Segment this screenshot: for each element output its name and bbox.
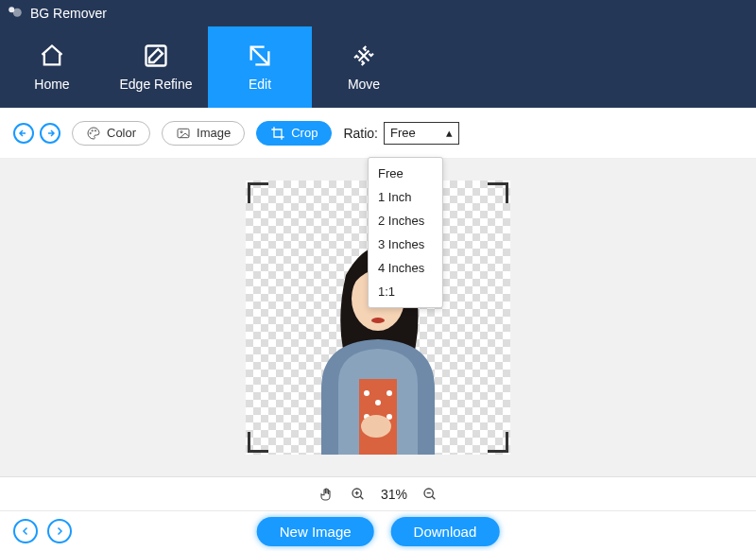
new-image-button[interactable]: New Image [257,517,374,546]
redo-button[interactable] [40,123,60,144]
svg-point-10 [364,390,369,396]
download-button[interactable]: Download [391,517,500,546]
ratio-option[interactable]: 4 Inches [369,256,442,280]
svg-point-4 [92,129,93,130]
ratio-option[interactable]: Free [369,162,442,185]
crop-handle-tr[interactable] [488,182,508,203]
chevron-left-icon [20,525,31,537]
ratio-selected-value: Free [390,126,416,140]
svg-point-18 [371,318,385,323]
prev-image-button[interactable] [13,519,38,543]
svg-rect-6 [178,129,189,137]
ratio-option[interactable]: 3 Inches [369,232,442,256]
next-image-button[interactable] [47,519,72,543]
svg-point-7 [180,130,182,132]
image-label: Image [197,126,231,140]
move-icon [351,43,377,69]
zoom-in-icon [351,487,366,502]
undo-button[interactable] [13,123,34,144]
crop-button[interactable]: Crop [256,121,332,146]
edit-toolbar: Color Image Crop Ratio: Free ▴ Free 1 In… [0,108,756,159]
edit-icon [247,43,273,69]
ratio-option[interactable]: 1 Inch [369,185,442,209]
zoom-bar: 31% [0,477,756,511]
nav-edit[interactable]: Edit [208,26,312,108]
svg-point-11 [375,400,381,405]
nav-edge-refine[interactable]: Edge Refine [104,26,208,108]
home-icon [39,43,65,69]
titlebar: BG Remover [0,0,756,26]
ratio-option[interactable]: 2 Inches [369,209,442,232]
footer: New Image Download [0,511,756,551]
color-label: Color [107,126,136,140]
svg-point-12 [387,390,392,396]
zoom-in-button[interactable] [351,487,366,502]
app-logo-icon [6,4,25,23]
crop-handle-br[interactable] [488,432,508,453]
nav-label: Edit [249,77,271,92]
chevron-right-icon [54,525,65,537]
image-button[interactable]: Image [162,121,245,146]
main-nav: Home Edge Refine Edit Move [0,26,756,108]
hand-icon [318,486,335,503]
svg-point-1 [13,9,22,17]
ratio-select[interactable]: Free ▴ [384,122,459,145]
crop-label: Crop [291,126,318,140]
zoom-out-button[interactable] [422,487,438,502]
pan-button[interactable] [318,486,335,503]
dropdown-arrow-icon: ▴ [446,126,453,140]
crop-handle-tl[interactable] [248,182,268,203]
zoom-value: 31% [381,487,407,502]
edge-refine-icon [143,43,169,69]
nav-label: Edge Refine [119,77,192,92]
color-button[interactable]: Color [72,121,150,146]
ratio-option[interactable]: 1:1 [369,280,442,303]
svg-point-3 [90,132,91,133]
nav-label: Move [348,77,380,92]
nav-label: Home [34,77,69,92]
ratio-label: Ratio: [343,126,378,141]
nav-home[interactable]: Home [0,26,104,108]
nav-move[interactable]: Move [312,26,416,108]
svg-point-16 [361,415,391,438]
app-title: BG Remover [30,6,107,21]
image-icon [176,126,191,141]
ratio-dropdown: Free 1 Inch 2 Inches 3 Inches 4 Inches 1… [368,157,443,308]
crop-handle-bl[interactable] [248,432,268,453]
crop-icon [270,126,285,141]
palette-icon [86,126,101,141]
svg-point-5 [94,129,95,130]
zoom-out-icon [422,487,438,502]
